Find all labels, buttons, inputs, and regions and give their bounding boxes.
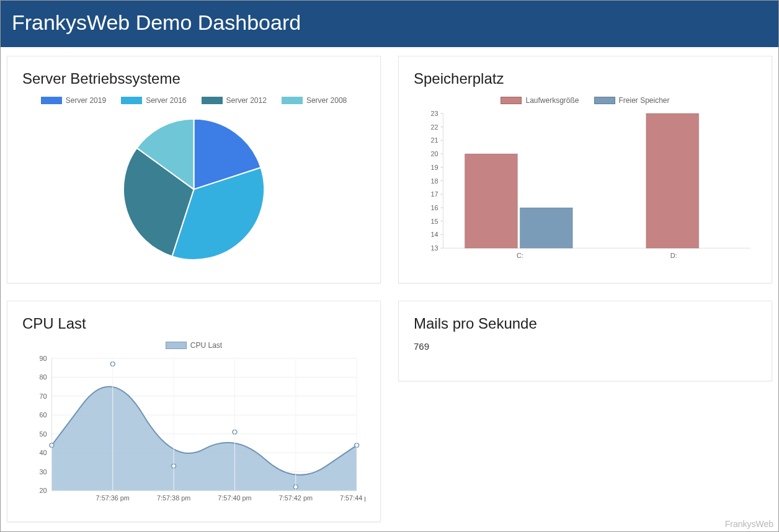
y-tick-label: 13 xyxy=(430,244,438,252)
legend-label: Server 2012 xyxy=(226,96,267,105)
bar[interactable] xyxy=(520,208,572,248)
bar[interactable] xyxy=(465,154,517,248)
area-fill xyxy=(51,386,357,490)
y-tick-label: 20 xyxy=(430,150,438,157)
y-tick-label: 90 xyxy=(39,355,47,362)
legend-label: Laufwerksgröße xyxy=(525,96,579,105)
y-tick-label: 20 xyxy=(39,487,47,494)
pie-chart xyxy=(22,110,365,269)
y-tick-label: 21 xyxy=(430,136,438,144)
area-legend: CPU Last xyxy=(22,341,365,350)
panel-disk: Speicherplatz LaufwerksgrößeFreier Speic… xyxy=(398,56,772,283)
pie-legend-item[interactable]: Server 2016 xyxy=(121,96,186,105)
legend-swatch-icon xyxy=(41,97,62,104)
panel-mail: Mails pro Sekunde 769 xyxy=(398,301,772,381)
area-chart: 20304050607080907:57:36 pm7:57:38 pm7:57… xyxy=(22,355,365,508)
panel-os-title: Server Betriebssysteme xyxy=(22,70,365,87)
legend-label: Server 2016 xyxy=(146,96,186,105)
panel-disk-title: Speicherplatz xyxy=(414,70,757,87)
bar-legend: LaufwerksgrößeFreier Speicher xyxy=(414,96,757,105)
area-legend-item[interactable]: CPU Last xyxy=(166,341,222,350)
legend-swatch-icon xyxy=(121,97,142,104)
y-tick-label: 40 xyxy=(39,449,47,456)
y-tick-label: 18 xyxy=(430,177,438,185)
legend-label: CPU Last xyxy=(190,341,222,350)
pie-legend-item[interactable]: Server 2008 xyxy=(282,96,347,105)
x-tick-label: C: xyxy=(517,252,523,259)
panel-mail-title: Mails pro Sekunde xyxy=(414,315,757,332)
y-tick-label: 30 xyxy=(39,468,47,475)
bar[interactable] xyxy=(646,113,699,248)
bar-legend-item[interactable]: Freier Speicher xyxy=(594,96,670,105)
legend-swatch-icon xyxy=(202,97,223,104)
legend-swatch-icon xyxy=(501,97,522,104)
y-tick-label: 14 xyxy=(430,231,438,238)
pie-legend-item[interactable]: Server 2019 xyxy=(41,96,106,105)
y-tick-label: 80 xyxy=(39,373,47,381)
panel-grid: Server Betriebssysteme Server 2019Server… xyxy=(1,47,778,522)
y-tick-label: 50 xyxy=(39,430,47,438)
y-tick-label: 70 xyxy=(39,392,47,400)
legend-swatch-icon xyxy=(282,97,303,104)
mail-value: 769 xyxy=(414,341,757,352)
legend-swatch-icon xyxy=(594,97,615,104)
x-tick-label: 7:57:38 pm xyxy=(157,494,190,502)
x-tick-label: D: xyxy=(670,252,677,259)
x-tick-label: 7:57:42 pm xyxy=(279,494,313,502)
y-tick-label: 15 xyxy=(430,218,438,225)
bar-chart: 1314151617181920212223C:D: xyxy=(414,110,757,263)
y-tick-label: 22 xyxy=(430,123,438,131)
pie-legend: Server 2019Server 2016Server 2012Server … xyxy=(22,96,365,105)
legend-label: Server 2008 xyxy=(306,96,347,105)
legend-label: Server 2019 xyxy=(66,96,106,105)
y-tick-label: 19 xyxy=(430,164,438,171)
x-tick-label: 7:57:40 pm xyxy=(218,494,251,502)
panel-cpu: CPU Last CPU Last 20304050607080907:57:3… xyxy=(7,301,381,522)
y-tick-label: 60 xyxy=(39,411,47,419)
pie-legend-item[interactable]: Server 2012 xyxy=(202,96,267,105)
page-header: FrankysWeb Demo Dashboard xyxy=(1,1,778,47)
dashboard-page: FrankysWeb Demo Dashboard Server Betrieb… xyxy=(0,0,779,532)
legend-swatch-icon xyxy=(166,342,187,349)
y-tick-label: 16 xyxy=(430,204,438,211)
footer-brand: FrankysWeb xyxy=(725,519,773,529)
bar-legend-item[interactable]: Laufwerksgröße xyxy=(501,96,579,105)
legend-label: Freier Speicher xyxy=(619,96,670,105)
y-tick-label: 23 xyxy=(430,110,438,117)
panel-os: Server Betriebssysteme Server 2019Server… xyxy=(7,56,381,283)
page-title: FrankysWeb Demo Dashboard xyxy=(12,11,767,35)
x-tick-label: 7:57:36 pm xyxy=(96,494,130,502)
panel-cpu-title: CPU Last xyxy=(22,315,365,332)
x-tick-label: 7:57:44 pm xyxy=(340,494,365,502)
y-tick-label: 17 xyxy=(430,190,438,198)
